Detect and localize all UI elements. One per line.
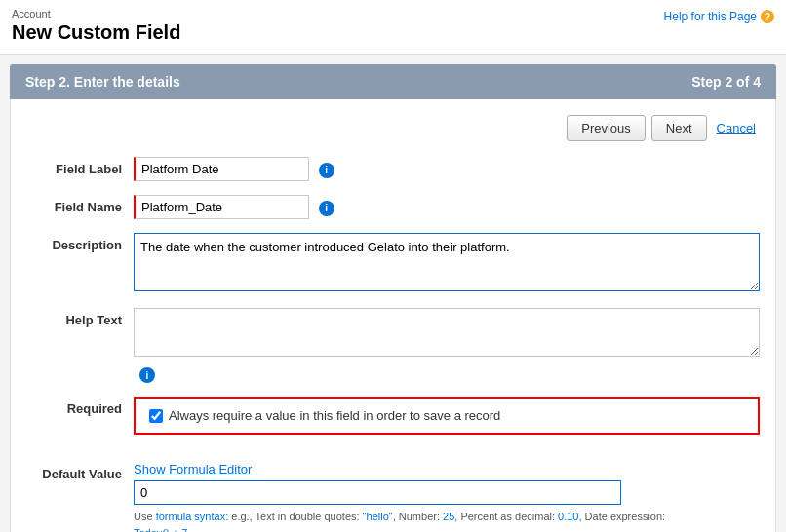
date-link[interactable]: Today() + 7	[134, 527, 187, 533]
field-name-info-button[interactable]: i	[319, 201, 334, 216]
help-icon: ?	[761, 10, 774, 23]
default-value-label: Default Value	[26, 462, 134, 481]
help-text-hint: i	[134, 363, 760, 383]
required-label: Required	[26, 397, 134, 416]
formula-input[interactable]	[134, 480, 621, 505]
required-checkbox[interactable]	[149, 409, 163, 423]
help-text-info-button[interactable]: i	[139, 367, 155, 383]
step-description: Step 2. Enter the details	[25, 74, 180, 90]
hint-date-label: , Date expression:	[578, 511, 665, 522]
hello-link: "hello"	[363, 511, 393, 522]
page-title: New Custom Field	[12, 21, 774, 44]
field-label-label: Field Label	[26, 157, 134, 176]
formula-syntax-link[interactable]: formula syntax	[156, 511, 226, 522]
required-row: Required Always require a value in this …	[26, 397, 760, 448]
formula-hint: Use formula syntax: e.g., Text in double…	[134, 509, 760, 532]
number-link: 25	[443, 511, 454, 522]
help-text-row: Help Text i	[26, 308, 760, 383]
help-text-textarea[interactable]	[134, 308, 760, 357]
required-checkbox-text: Always require a value in this field in …	[169, 408, 500, 423]
hint-prefix: Use	[134, 511, 156, 522]
field-label-info-button[interactable]: i	[319, 163, 334, 178]
step-bar: Step 2. Enter the details Step 2 of 4	[10, 64, 776, 99]
required-control: Always require a value in this field in …	[134, 397, 760, 448]
help-link-text: Help for this Page	[664, 10, 757, 23]
description-textarea[interactable]	[134, 233, 760, 291]
cancel-button-top[interactable]: Cancel	[713, 116, 760, 140]
required-checkbox-label[interactable]: Always require a value in this field in …	[149, 408, 500, 423]
field-label-row: Field Label i	[26, 157, 760, 181]
percent-link: 0.10	[558, 511, 578, 522]
help-text-label: Help Text	[26, 308, 134, 327]
page-header: Account New Custom Field Help for this P…	[0, 0, 786, 55]
field-name-input[interactable]	[134, 195, 309, 219]
description-row: Description	[26, 233, 760, 294]
field-label-control: i	[134, 157, 760, 181]
step-indicator: Step 2 of 4	[691, 74, 761, 90]
field-label-input[interactable]	[134, 157, 309, 181]
hint-percent-label: , Percent as decimal:	[454, 511, 558, 522]
previous-button-top[interactable]: Previous	[567, 115, 646, 141]
hint-number-label: , Number:	[393, 511, 443, 522]
show-formula-link[interactable]: Show Formula Editor	[134, 462, 760, 476]
account-label: Account	[12, 8, 774, 19]
hint-middle: : e.g., Text in double quotes:	[225, 511, 362, 522]
help-link[interactable]: Help for this Page ?	[664, 10, 774, 23]
description-control	[134, 233, 760, 294]
form-container: Previous Next Cancel Field Label i Field…	[10, 99, 776, 532]
default-value-row: Default Value Show Formula Editor Use fo…	[26, 462, 760, 532]
field-name-label: Field Name	[26, 195, 134, 214]
default-value-control: Show Formula Editor Use formula syntax: …	[134, 462, 760, 532]
field-name-control: i	[134, 195, 760, 219]
required-box: Always require a value in this field in …	[134, 397, 760, 435]
top-button-row: Previous Next Cancel	[26, 115, 760, 141]
description-label: Description	[26, 233, 134, 252]
next-button-top[interactable]: Next	[651, 115, 707, 141]
field-name-row: Field Name i	[26, 195, 760, 219]
help-text-control: i	[134, 308, 760, 383]
